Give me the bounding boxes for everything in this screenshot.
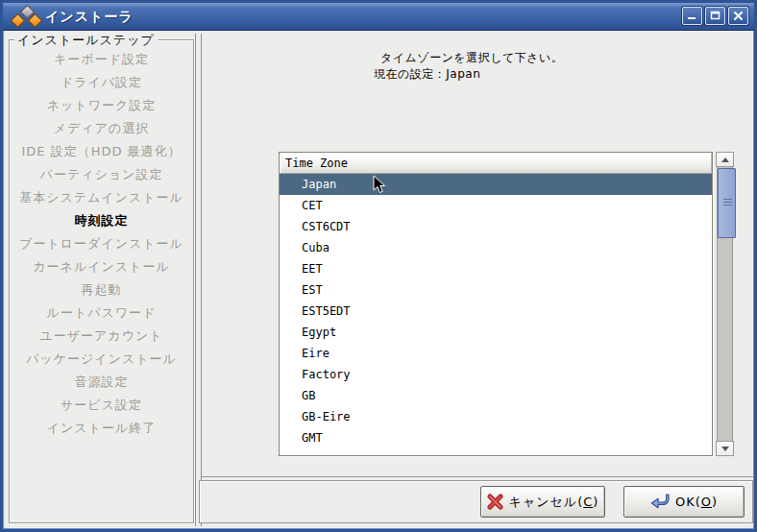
installer-window: インストーラ インストールステップ キーボード設定ドライバ設定ネ (0, 0, 757, 532)
sidebar-step: インストール終了 (10, 417, 193, 440)
sidebar-step: メディアの選択 (10, 117, 193, 140)
ok-enter-arrow-icon (650, 494, 670, 510)
timezone-row[interactable]: GMT (280, 427, 712, 448)
sidebar-step: パーティション設定 (10, 163, 193, 186)
instruction-text: タイムゾーンを選択して下さい。 (380, 50, 563, 66)
timezone-row[interactable]: GB (280, 385, 712, 406)
sidebar-step: ユーザーアカウント (10, 325, 193, 348)
sidebar-step: ドライバ設定 (10, 71, 193, 94)
pane-splitter[interactable] (195, 34, 202, 526)
cancel-button[interactable]: キャンセル(C) (480, 486, 605, 518)
timezone-row[interactable]: CST6CDT (280, 216, 712, 237)
maximize-icon (710, 11, 720, 21)
sidebar-step: 基本システムインストール (10, 186, 193, 209)
window-title: インストーラ (45, 9, 134, 26)
ok-label: OK(O) (675, 495, 718, 509)
timezone-list: JapanCETCST6CDTCubaEETESTEST5EDTEgyptEir… (280, 174, 712, 448)
sidebar-step: IDE 設定（HDD 最適化） (10, 140, 193, 163)
timezone-listbox: Time Zone JapanCETCST6CDTCubaEETESTEST5E… (279, 152, 713, 456)
app-icon (10, 6, 44, 29)
timezone-column-header[interactable]: Time Zone (280, 153, 712, 174)
sidebar-steps: キーボード設定ドライバ設定ネットワーク設定メディアの選択IDE 設定（HDD 最… (10, 48, 193, 440)
minimize-button[interactable] (682, 7, 702, 25)
sidebar-step: 音源設定 (10, 371, 193, 394)
timezone-row[interactable]: Factory (280, 364, 712, 385)
sidebar-step: ブートローダインストール (10, 232, 193, 255)
titlebar: インストーラ (3, 3, 754, 31)
sidebar-step: ルートパスワード (10, 302, 193, 325)
timezone-row[interactable]: CET (280, 195, 712, 216)
sidebar-step: キーボード設定 (10, 48, 193, 71)
timezone-row[interactable]: Cuba (280, 237, 712, 258)
sidebar-step: 再起動 (10, 278, 193, 302)
cancel-label: キャンセル(C) (509, 494, 599, 511)
thumb-grip-icon (723, 199, 732, 207)
sidebar-step: ネットワーク設定 (10, 94, 193, 117)
timezone-row[interactable]: Eire (280, 343, 712, 364)
timezone-row[interactable]: EST5EDT (280, 301, 712, 322)
timezone-row[interactable]: Egypt (280, 322, 712, 343)
list-scrollbar (716, 152, 734, 456)
install-steps-legend: インストールステップ (14, 32, 158, 49)
ok-button[interactable]: OK(O) (623, 486, 745, 518)
sidebar-step: パッケージインストール (10, 348, 193, 371)
close-button[interactable] (728, 7, 748, 25)
mouse-cursor-icon (373, 175, 386, 198)
install-steps-groupbox: インストールステップ キーボード設定ドライバ設定ネットワーク設定メディアの選択I… (9, 39, 194, 523)
arrow-up-icon (721, 157, 729, 162)
maximize-button[interactable] (705, 7, 725, 25)
sidebar-step: カーネルインストール (10, 255, 193, 278)
scroll-up-button[interactable] (716, 152, 734, 167)
timezone-row[interactable]: Japan (280, 174, 712, 195)
scrollbar-track[interactable] (717, 167, 733, 441)
timezone-row[interactable]: EST (280, 279, 712, 301)
close-icon (733, 11, 744, 21)
scroll-down-button[interactable] (716, 441, 734, 456)
sidebar-step: 時刻設定 (10, 209, 193, 232)
arrow-down-icon (721, 447, 729, 451)
timezone-row[interactable]: GB-Eire (280, 406, 712, 427)
cancel-x-icon (487, 494, 503, 510)
timezone-row[interactable]: EET (280, 258, 712, 279)
scrollbar-thumb[interactable] (718, 168, 736, 238)
minimize-icon (687, 11, 697, 21)
sidebar-step: サービス設定 (10, 394, 193, 417)
current-setting-text: 現在の設定：Japan (374, 66, 480, 83)
